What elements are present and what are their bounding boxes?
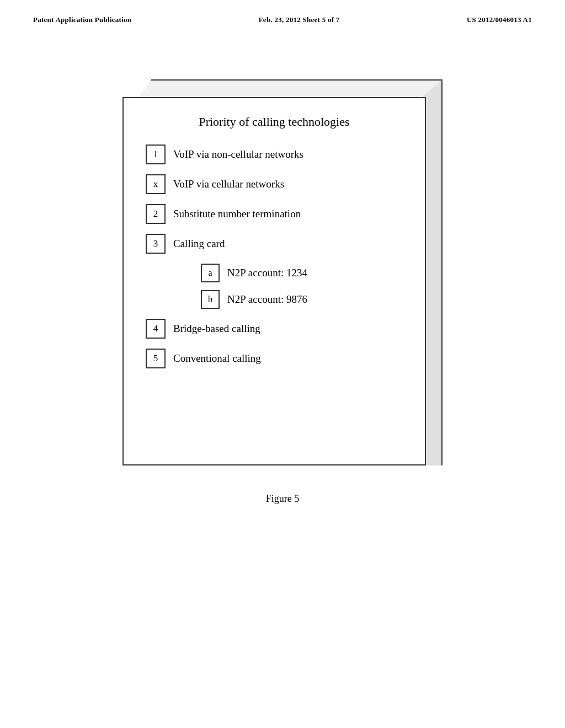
list-item-3: 3 Calling card (146, 234, 403, 254)
main-content: Priority of calling technologies 1 VoIP … (0, 24, 565, 505)
box-front-face: Priority of calling technologies 1 VoIP … (122, 97, 426, 465)
list-item-1: 1 VoIP via non-cellular networks (146, 144, 403, 164)
header-right: US 2012/0046013 A1 (467, 15, 532, 24)
item-text-5: Conventional calling (173, 352, 261, 365)
list-item-x: x VoIP via cellular networks (146, 174, 403, 194)
badge-4: 4 (146, 319, 166, 339)
list-item-5: 5 Conventional calling (146, 349, 403, 368)
sub-items-3: a N2P account: 1234 b N2P account: 9876 (173, 264, 403, 309)
header-center: Feb. 23, 2012 Sheet 5 of 7 (259, 15, 340, 24)
badge-x: x (146, 174, 166, 194)
list-item-3a: a N2P account: 1234 (201, 264, 403, 282)
item-text-3: Calling card (173, 238, 225, 250)
item-text-x: VoIP via cellular networks (173, 178, 284, 190)
list-item-2: 2 Substitute number termination (146, 204, 403, 224)
box-top-face (139, 79, 443, 97)
figure-caption: Figure 5 (266, 493, 300, 505)
list-item-4: 4 Bridge-based calling (146, 319, 403, 339)
badge-3: 3 (146, 234, 166, 254)
badge-2: 2 (146, 204, 166, 224)
badge-a: a (201, 264, 220, 282)
diagram-title: Priority of calling technologies (146, 115, 403, 129)
diagram-box: Priority of calling technologies 1 VoIP … (122, 79, 443, 465)
badge-5: 5 (146, 349, 166, 368)
item-text-3b: N2P account: 9876 (227, 293, 307, 306)
badge-1: 1 (146, 144, 166, 164)
header-left: Patent Application Publication (33, 15, 131, 24)
priority-list: 1 VoIP via non-cellular networks x VoIP … (146, 144, 403, 368)
page-header: Patent Application Publication Feb. 23, … (0, 0, 565, 24)
badge-b: b (201, 290, 220, 309)
item-text-3a: N2P account: 1234 (227, 267, 307, 279)
item-text-2: Substitute number termination (173, 208, 301, 220)
list-item-3b: b N2P account: 9876 (201, 290, 403, 309)
item-text-1: VoIP via non-cellular networks (173, 148, 303, 160)
item-text-4: Bridge-based calling (173, 323, 260, 335)
